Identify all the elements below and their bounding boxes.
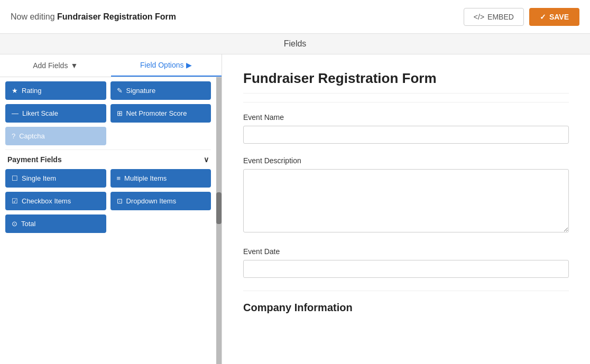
payment-section-label: Payment Fields [7,155,62,164]
scrollbar-thumb[interactable] [216,192,222,224]
net-promoter-score-label: Net Promoter Score [126,109,187,117]
embed-icon: </> [474,13,484,21]
payment-buttons-row1: ☐ Single Item ≡ Multiple Items [5,169,211,188]
captcha-button[interactable]: ? Captcha [5,127,106,145]
checkbox-items-label: Checkbox Items [22,197,71,205]
form-preview-title: Fundraiser Registration Form [243,70,569,94]
payment-section-header[interactable]: Payment Fields ∨ [5,150,211,169]
dropdown-items-button[interactable]: ⊡ Dropdown Items [110,192,211,210]
tab-field-options-label: Field Options [140,61,183,69]
event-description-group: Event Description [243,156,569,235]
section-divider [243,291,569,291]
left-panel: Add Fields ▼ Field Options ▶ ★ Rating ✎ [0,54,222,364]
tab-add-fields-label: Add Fields [33,61,68,70]
total-label: Total [21,220,35,228]
fields-header-label: Fields [284,39,307,48]
tab-add-fields[interactable]: Add Fields ▼ [0,54,111,77]
single-item-label: Single Item [22,174,56,182]
net-promoter-score-icon: ⊞ [117,109,123,117]
fields-header: Fields [0,34,590,54]
form-title-divider [243,102,569,102]
likert-scale-label: Likert Scale [22,109,58,117]
form-name-header: Fundraiser Registration Form [57,12,176,21]
event-name-label: Event Name [243,113,569,122]
tab-add-fields-icon: ▼ [70,61,78,70]
embed-label: EMBED [487,13,514,21]
top-bar-actions: </> EMBED ✓ SAVE [464,8,579,26]
rating-icon: ★ [12,87,18,95]
event-date-group: Event Date [243,247,569,278]
company-information-title: Company Information [243,302,569,314]
scrollbar[interactable] [216,77,222,364]
captcha-icon: ? [12,132,15,140]
save-button[interactable]: ✓ SAVE [529,8,579,26]
net-promoter-score-button[interactable]: ⊞ Net Promoter Score [110,104,211,123]
single-item-icon: ☐ [12,174,18,182]
event-description-input[interactable] [243,169,569,232]
tab-bar: Add Fields ▼ Field Options ▶ [0,54,222,77]
main-layout: Add Fields ▼ Field Options ▶ ★ Rating ✎ [0,54,590,364]
likert-scale-icon: — [12,109,19,117]
event-date-input[interactable] [243,260,569,278]
dropdown-items-icon: ⊡ [117,197,123,205]
checkbox-items-button[interactable]: ☑ Checkbox Items [5,192,106,210]
signature-label: Signature [126,87,156,95]
payment-buttons-row3: ⊙ Total [5,214,211,233]
embed-button[interactable]: </> EMBED [464,8,524,26]
right-panel: Fundraiser Registration Form Event Name … [222,54,590,364]
payment-section-collapse-icon: ∨ [204,155,209,164]
payment-buttons-row2: ☑ Checkbox Items ⊡ Dropdown Items [5,192,211,210]
field-buttons-row3: ? Captcha [5,127,211,145]
event-date-label: Event Date [243,247,569,256]
total-icon: ⊙ [12,220,17,228]
field-buttons-row2: — Likert Scale ⊞ Net Promoter Score [5,104,211,123]
dropdown-items-label: Dropdown Items [126,197,177,205]
save-icon: ✓ [540,13,546,21]
tab-field-options[interactable]: Field Options ▶ [111,54,222,77]
tab-field-options-icon: ▶ [186,61,192,69]
signature-icon: ✎ [117,87,123,95]
save-label: SAVE [549,13,569,21]
event-name-input[interactable] [243,126,569,144]
editing-title: Now editing Fundraiser Registration Form [11,12,176,22]
field-buttons-row1: ★ Rating ✎ Signature [5,81,211,100]
editing-label: Now editing [11,12,55,21]
rating-button[interactable]: ★ Rating [5,81,106,100]
multiple-items-button[interactable]: ≡ Multiple Items [110,169,211,188]
rating-label: Rating [22,87,42,95]
likert-scale-button[interactable]: — Likert Scale [5,104,106,123]
multiple-items-label: Multiple Items [124,174,167,182]
single-item-button[interactable]: ☐ Single Item [5,169,106,188]
event-name-group: Event Name [243,113,569,144]
top-bar: Now editing Fundraiser Registration Form… [0,0,590,34]
fields-list: ★ Rating ✎ Signature — Likert Scale [0,77,216,364]
signature-button[interactable]: ✎ Signature [110,81,211,100]
multiple-items-icon: ≡ [117,174,121,182]
checkbox-items-icon: ☑ [12,197,18,205]
total-button[interactable]: ⊙ Total [5,214,106,233]
event-description-label: Event Description [243,156,569,165]
captcha-label: Captcha [19,132,44,140]
